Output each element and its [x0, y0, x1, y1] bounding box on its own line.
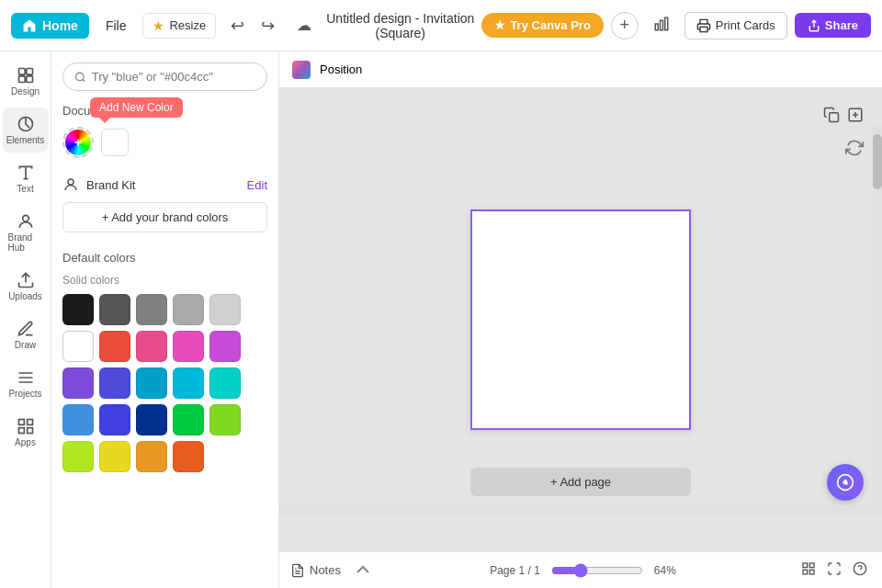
svg-rect-22 — [803, 563, 808, 568]
notes-label: Notes — [310, 563, 341, 577]
color-swatch-8[interactable] — [173, 331, 204, 362]
print-cards-label: Print Cards — [716, 18, 775, 32]
history-controls: ↩ ↪ — [223, 10, 282, 41]
canvas-wrapper[interactable]: + Add page — [279, 88, 882, 551]
collapse-panel-button[interactable] — [348, 560, 378, 581]
icon-sidebar: Design Elements Text Brand Hub Uploads D… — [0, 51, 51, 588]
brand-hub-label: Brand Hub — [8, 232, 43, 253]
color-swatch-10[interactable] — [62, 368, 94, 399]
color-swatch-5[interactable] — [62, 331, 94, 362]
color-swatch-11[interactable] — [99, 368, 130, 399]
grid-view-button[interactable] — [797, 558, 820, 583]
sidebar-item-projects[interactable]: Projects — [3, 361, 49, 406]
uploads-icon — [17, 271, 35, 289]
zoom-slider[interactable] — [551, 563, 643, 578]
color-swatch-18[interactable] — [173, 404, 204, 435]
design-label: Design — [11, 86, 40, 96]
canvas-area: Position + Add page — [279, 51, 882, 588]
color-swatch-17[interactable] — [136, 404, 167, 435]
horizontal-scrollbar[interactable] — [279, 505, 873, 514]
svg-rect-16 — [830, 113, 839, 122]
brand-kit-edit[interactable]: Edit — [247, 178, 267, 192]
print-cards-button[interactable]: Print Cards — [684, 12, 787, 40]
color-swatch-23[interactable] — [173, 441, 204, 472]
search-icon — [74, 71, 86, 84]
document-title: Untitled design - Invitation (Square) — [326, 11, 474, 40]
text-icon — [17, 164, 35, 182]
color-panel: Document colors Add New Color + Brand Ki… — [51, 51, 279, 588]
try-pro-button[interactable]: ★ Try Canva Pro — [481, 13, 603, 38]
svg-rect-7 — [26, 76, 32, 83]
brand-kit-row: Brand Kit Edit — [62, 176, 267, 193]
add-canvas-button[interactable] — [847, 107, 864, 127]
default-colors-title: Default colors — [62, 251, 267, 265]
color-swatch-13[interactable] — [173, 368, 204, 399]
brand-kit-label: Brand Kit — [86, 178, 135, 192]
brand-icon — [17, 212, 35, 231]
resize-button[interactable]: ★ Resize — [142, 13, 216, 39]
analytics-button[interactable] — [646, 12, 677, 39]
scrollbar-thumb — [873, 134, 882, 189]
sidebar-item-uploads[interactable]: Uploads — [3, 264, 49, 309]
undo-button[interactable]: ↩ — [223, 10, 252, 41]
share-label: Share — [825, 18, 858, 32]
position-label: Position — [320, 62, 362, 76]
add-page-button[interactable]: + Add page — [470, 468, 691, 496]
home-button[interactable]: Home — [11, 13, 89, 39]
color-swatch-15[interactable] — [62, 404, 94, 435]
file-menu[interactable]: File — [96, 13, 136, 39]
color-swatch-9[interactable] — [209, 331, 241, 362]
printer-icon — [696, 18, 711, 33]
notes-button[interactable]: Notes — [290, 563, 341, 578]
design-canvas[interactable] — [470, 209, 691, 430]
sidebar-item-elements[interactable]: Elements — [3, 107, 49, 153]
share-button[interactable]: Share — [795, 13, 871, 38]
duplicate-canvas-button[interactable] — [823, 107, 840, 127]
bottom-center-controls: Page 1 / 1 64% — [385, 563, 790, 578]
color-swatch-22[interactable] — [136, 441, 167, 472]
design-icon — [17, 66, 35, 85]
uploads-label: Uploads — [8, 291, 42, 301]
help-button[interactable] — [849, 558, 871, 583]
color-swatch-2[interactable] — [136, 294, 167, 325]
vertical-scrollbar[interactable] — [873, 125, 882, 514]
color-swatch-7[interactable] — [136, 331, 167, 362]
analytics-icon — [653, 16, 670, 32]
svg-rect-11 — [27, 420, 32, 425]
share-icon — [808, 19, 820, 32]
color-swatch-19[interactable] — [209, 404, 241, 435]
fullscreen-button[interactable] — [823, 558, 845, 583]
refresh-canvas-button[interactable] — [845, 139, 864, 162]
pro-star-icon: ★ — [494, 18, 505, 32]
ai-assist-button[interactable] — [827, 464, 864, 501]
color-search-input[interactable] — [92, 70, 255, 84]
doc-color-swatch-1[interactable] — [101, 129, 129, 156]
color-swatch-0[interactable] — [62, 294, 94, 325]
color-wheel: + — [65, 130, 91, 155]
cloud-save-button[interactable]: ☁ — [289, 11, 319, 40]
svg-rect-24 — [803, 570, 808, 574]
color-swatch-1[interactable] — [99, 294, 130, 325]
color-swatch-3[interactable] — [173, 294, 204, 325]
page-info: Page 1 / 1 — [490, 564, 540, 577]
sidebar-item-design[interactable]: Design — [3, 59, 49, 104]
color-swatch-4[interactable] — [209, 294, 241, 325]
sidebar-item-text[interactable]: Text — [3, 156, 49, 201]
add-brand-colors-button[interactable]: + Add your brand colors — [62, 202, 267, 232]
color-search-box[interactable] — [62, 62, 267, 91]
color-swatch-12[interactable] — [136, 368, 167, 399]
color-swatch-14[interactable] — [209, 368, 241, 399]
color-swatch-16[interactable] — [99, 404, 130, 435]
sidebar-item-draw[interactable]: Draw — [3, 312, 49, 357]
color-swatch-20[interactable] — [62, 441, 94, 472]
color-swatch-6[interactable] — [99, 331, 130, 362]
add-color-button[interactable]: + — [62, 127, 94, 158]
svg-rect-12 — [18, 428, 24, 434]
svg-rect-10 — [18, 420, 24, 425]
sidebar-item-apps[interactable]: Apps — [3, 410, 49, 455]
sidebar-item-brand-hub[interactable]: Brand Hub — [3, 205, 49, 260]
svg-rect-4 — [18, 69, 25, 75]
color-swatch-21[interactable] — [99, 441, 130, 472]
add-button[interactable]: + — [611, 12, 639, 40]
redo-button[interactable]: ↪ — [254, 10, 282, 41]
